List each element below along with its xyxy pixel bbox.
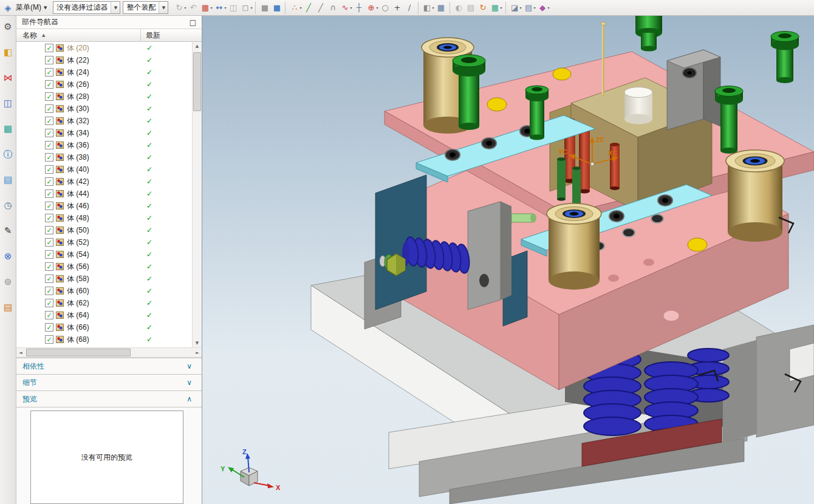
dropdown-arrow-icon[interactable]: ▾ — [501, 5, 502, 10]
graphics-viewport[interactable]: ZC XC YC X Y Z — [202, 16, 814, 504]
visibility-checkbox[interactable]: ✓ — [45, 44, 53, 52]
dropdown-arrow-icon[interactable]: ▾ — [534, 5, 536, 10]
visibility-checkbox[interactable]: ✓ — [45, 238, 53, 247]
tree-row[interactable]: ✓ 体 (50) ✓ — [16, 224, 192, 236]
tree-horizontal-scrollbar[interactable]: ◄ ► — [16, 347, 202, 358]
dropdown-arrow-icon[interactable]: ▾ — [299, 5, 301, 10]
visibility-checkbox[interactable]: ✓ — [45, 226, 53, 234]
visibility-checkbox[interactable]: ✓ — [45, 323, 53, 332]
constraints-icon[interactable]: ⋈ — [4, 73, 13, 83]
scroll-up-icon[interactable]: ▲ — [196, 42, 199, 50]
tree-row[interactable]: ✓ 体 (62) ✓ — [16, 297, 192, 309]
selection-scope-combo[interactable]: 整个装配 ▼ — [123, 1, 168, 14]
scroll-left-icon[interactable]: ◄ — [16, 350, 25, 355]
visibility-checkbox[interactable]: ✓ — [45, 153, 53, 162]
tree-row[interactable]: ✓ 体 (68) ✓ — [16, 333, 192, 346]
tree-row[interactable]: ✓ 体 (42) ✓ — [16, 175, 192, 188]
touch-rotate-icon[interactable]: ↻ ▾ — [173, 2, 186, 14]
tree-row[interactable]: ✓ 体 (60) ✓ — [16, 285, 192, 297]
tree-row[interactable]: ✓ 体 (40) ✓ — [16, 163, 192, 175]
move-component-icon[interactable]: ↔ ▾ — [213, 2, 227, 14]
measure-icon[interactable]: ◧ ▾ — [422, 2, 435, 14]
visibility-checkbox[interactable]: ✓ — [45, 202, 53, 210]
assembly-icon[interactable]: ◧ — [4, 47, 12, 57]
tree-row[interactable]: ✓ 体 (30) ✓ — [16, 103, 192, 115]
gear-icon[interactable]: ⚙ — [4, 22, 12, 32]
undo-icon[interactable]: ↶ ▾ — [187, 2, 199, 14]
chevron-icon[interactable]: ∧ — [186, 395, 192, 403]
clamp-block[interactable] — [667, 50, 720, 130]
tree-vertical-scrollbar[interactable]: ▲ ▼ — [192, 42, 202, 347]
visibility-checkbox[interactable]: ✓ — [45, 165, 53, 174]
combo-arrow-icon[interactable]: ▼ — [111, 2, 120, 13]
visibility-checkbox[interactable]: ✓ — [45, 287, 53, 295]
visibility-checkbox[interactable]: ✓ — [45, 117, 53, 125]
guide-bushing[interactable] — [547, 203, 601, 290]
tree-row[interactable]: ✓ 体 (54) ✓ — [16, 248, 192, 261]
visibility-checkbox[interactable]: ✓ — [45, 311, 53, 319]
layers-icon[interactable]: ▤ ▾ — [523, 2, 536, 14]
tree-row[interactable]: ✓ 体 (32) ✓ — [16, 115, 192, 127]
column-latest[interactable]: 最新 — [140, 29, 160, 41]
arc-icon[interactable]: ∩ ▾ — [327, 2, 338, 14]
tree-row[interactable]: ✓ 体 (48) ✓ — [16, 212, 192, 224]
view-orient-icon[interactable]: ◪ ▾ — [509, 2, 522, 14]
visibility-checkbox[interactable]: ✓ — [45, 92, 53, 101]
section-header[interactable]: 相依性 ∨ — [16, 358, 202, 374]
visibility-checkbox[interactable]: ✓ — [45, 189, 53, 198]
tree-row[interactable]: ✓ 体 (46) ✓ — [16, 200, 192, 212]
visibility-checkbox[interactable]: ✓ — [45, 299, 53, 307]
scrollbar-thumb[interactable] — [193, 52, 201, 111]
dropdown-arrow-icon[interactable]: ▾ — [250, 5, 252, 10]
dropdown-arrow-icon[interactable]: ▾ — [350, 5, 352, 10]
cap-screw-green[interactable] — [771, 32, 799, 84]
selection-filter-combo[interactable]: 没有选择过滤器 ▼ — [53, 1, 120, 14]
scroll-down-icon[interactable]: ▼ — [196, 339, 199, 347]
tree-row[interactable]: ✓ 体 (58) ✓ — [16, 273, 192, 285]
image-icon[interactable]: ▤ ▾ — [465, 2, 477, 14]
section-header[interactable]: 细节 ∨ — [16, 374, 202, 390]
tree-row[interactable]: ✓ 体 (44) ✓ — [16, 188, 192, 200]
tree-row[interactable]: ✓ 体 (22) ✓ — [16, 54, 192, 66]
tree-row[interactable]: ✓ 体 (20) ✓ — [16, 42, 192, 54]
dropdown-arrow-icon[interactable]: ▾ — [224, 5, 226, 10]
visibility-checkbox[interactable]: ✓ — [45, 262, 53, 271]
tree-row[interactable]: ✓ 体 (52) ✓ — [16, 236, 192, 248]
datum-circle-icon[interactable]: ⊕ ▾ — [365, 2, 378, 14]
tools-icon[interactable]: ⊗ — [4, 251, 12, 261]
tree-row[interactable]: ✓ 体 (28) ✓ — [16, 90, 192, 103]
tree-row[interactable]: ✓ 体 (24) ✓ — [16, 66, 192, 78]
panel-window-icon[interactable]: □ — [190, 18, 196, 27]
annotation-icon[interactable]: ✎ — [4, 226, 12, 236]
combo-arrow-icon[interactable]: ▼ — [159, 2, 168, 13]
visibility-checkbox[interactable]: ✓ — [45, 56, 53, 64]
block-gray-icon[interactable]: ■ ▾ — [259, 2, 270, 14]
visibility-checkbox[interactable]: ✓ — [45, 335, 53, 344]
visibility-checkbox[interactable]: ✓ — [45, 214, 53, 222]
line-point-icon[interactable]: ∕ ▾ — [404, 2, 419, 14]
dropdown-arrow-icon[interactable]: ▾ — [548, 5, 550, 10]
dropdown-arrow-icon[interactable]: ▾ — [520, 5, 522, 10]
tree-row[interactable]: ✓ 体 (34) ✓ — [16, 127, 192, 139]
line-green-icon[interactable]: ╱ ▾ — [303, 2, 314, 14]
cap-screw-green[interactable] — [635, 16, 662, 52]
guide-bushing[interactable] — [726, 150, 784, 242]
dropdown-arrow-icon[interactable]: ▾ — [210, 5, 212, 10]
dropdown-arrow-icon[interactable]: ▾ — [376, 5, 378, 10]
document-icon[interactable]: ▤ — [4, 175, 12, 185]
eclipse-icon[interactable]: ◐ ▾ — [453, 2, 465, 14]
model-canvas[interactable]: ZC XC YC X Y Z — [202, 16, 814, 504]
locating-ring[interactable] — [624, 87, 652, 124]
spline-icon[interactable]: ∿ ▾ — [339, 2, 352, 14]
tree-row[interactable]: ✓ 体 (64) ✓ — [16, 309, 192, 321]
info-icon[interactable]: ⓘ — [4, 149, 13, 159]
circle-icon[interactable]: ○ ▾ — [380, 2, 391, 14]
manual-icon[interactable]: ▤ — [4, 302, 12, 312]
datum-icon[interactable]: ◫ — [4, 98, 12, 108]
point-set-icon[interactable]: ∴ ▾ — [289, 2, 302, 14]
tree-row[interactable]: ✓ 体 (36) ✓ — [16, 139, 192, 151]
visibility-checkbox[interactable]: ✓ — [45, 129, 53, 137]
scrollbar-track[interactable] — [25, 348, 193, 357]
visibility-checkbox[interactable]: ✓ — [45, 80, 53, 89]
selection-box-icon[interactable]: ◻ ▾ — [239, 2, 256, 14]
